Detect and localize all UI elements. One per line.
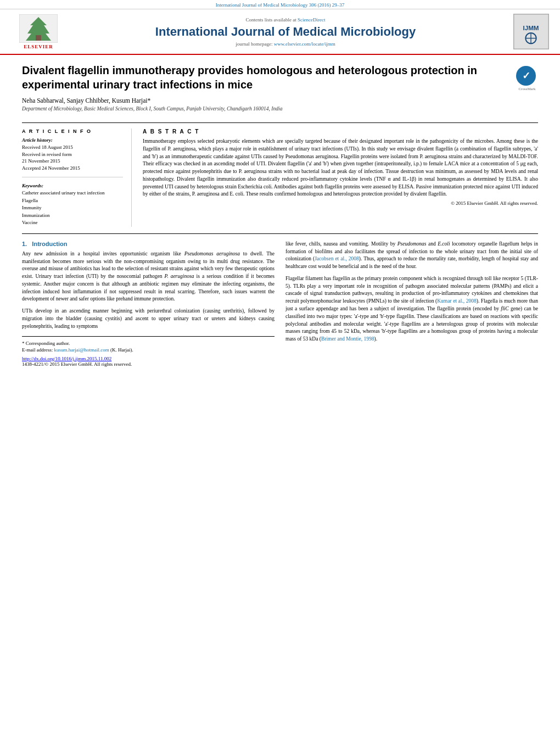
keyword-5: Vaccine [22, 219, 123, 227]
sciencedirect-link[interactable]: ScienceDirect [298, 17, 325, 23]
accepted-date: Accepted 24 November 2015 [22, 165, 123, 172]
kumar-ref[interactable]: Kumar et al., 2008 [437, 298, 477, 304]
top-bar: International Journal of Medical Microbi… [0, 0, 560, 9]
crossmark-badge: ✓ [516, 66, 536, 86]
title-text-area: Divalent flagellin immunotherapy provide… [22, 63, 511, 117]
intro-section-title: 1. Introduction [22, 241, 275, 247]
abstract-text: Immunotherapy employs selected prokaryot… [143, 138, 538, 198]
body-two-col: 1. Introduction Any new admission in a h… [22, 241, 538, 367]
history-label: Article history: [22, 137, 123, 143]
copyright: © 2015 Elsevier GmbH. All rights reserve… [143, 200, 538, 206]
keyword-2: Flagella [22, 197, 123, 205]
elsevier-logo-image [19, 14, 58, 43]
keyword-3: Immunity [22, 204, 123, 212]
article-info-column: A R T I C L E I N F O Article history: R… [22, 129, 132, 227]
header-center: Contents lists available at ScienceDirec… [66, 17, 505, 47]
keyword-4: Immunization [22, 212, 123, 220]
body-left: 1. Introduction Any new admission in a h… [22, 241, 275, 367]
journal-homepage: journal homepage: www.elsevier.com/locat… [66, 41, 505, 47]
crossmark-label: CrossMark [516, 87, 538, 91]
title-section: Divalent flagellin immunotherapy provide… [22, 63, 538, 117]
body-right: like fever, chills, nausea and vomiting.… [285, 241, 538, 367]
intro-para2: UTIs develop in an ascending manner begi… [22, 308, 275, 330]
email-link[interactable]: kusum.harjai@hotmail.com [54, 347, 109, 353]
doi-line: http://dx.doi.org/10.1016/j.ijmm.2015.11… [22, 356, 275, 361]
elsevier-logo-area: ELSEVIER [11, 14, 66, 49]
crossmark-icon: ✓ [516, 66, 536, 86]
svg-rect-2 [36, 35, 41, 41]
article-info-heading: A R T I C L E I N F O [22, 129, 123, 134]
ijmm-logo-image: IJMM [514, 14, 548, 49]
header-right: IJMM [505, 14, 549, 49]
keywords-label: Keywords: [22, 183, 123, 188]
keyword-1: Catheter associated urinary tract infect… [22, 189, 123, 197]
article-title: Divalent flagellin immunotherapy provide… [22, 63, 511, 92]
journal-logo: IJMM [513, 14, 549, 49]
section-divider [22, 233, 538, 234]
authors: Neha Sabharwal, Sanjay Chhibber, Kusum H… [22, 97, 511, 104]
keywords-section: Keywords: Catheter associated urinary tr… [22, 183, 123, 227]
footer-notes: * Corresponding author. E-mail address: … [22, 336, 275, 354]
right-para2: Flagellar filament has flagellin as the … [285, 275, 538, 343]
crossmark-area: ✓ CrossMark [516, 66, 538, 91]
article-content: Divalent flagellin immunotherapy provide… [0, 55, 560, 375]
header: ELSEVIER Contents lists available at Sci… [0, 9, 560, 55]
info-divider [22, 177, 123, 177]
right-para1: like fever, chills, nausea and vomiting.… [285, 241, 538, 271]
elsevier-text: ELSEVIER [24, 44, 53, 49]
received-revised-label: Received in revised form [22, 151, 123, 158]
affiliation: Department of Microbiology, Basic Medica… [22, 106, 511, 111]
homepage-link[interactable]: www.elsevier.com/locate/ijmm [274, 41, 335, 47]
svg-text:IJMM: IJMM [523, 24, 539, 31]
received-date: Received 18 August 2015 [22, 144, 123, 151]
abstract-column: A B S T R A C T Immunotherapy employs se… [143, 129, 538, 227]
svg-text:✓: ✓ [522, 70, 530, 81]
email-note: E-mail address: kusum.harjai@hotmail.com… [22, 347, 275, 354]
license-line: 1438-4221/© 2015 Elsevier GmbH. All righ… [22, 361, 275, 367]
article-info-abstract: A R T I C L E I N F O Article history: R… [22, 122, 538, 227]
abstract-heading: A B S T R A C T [143, 129, 538, 135]
brimer-ref[interactable]: Brimer and Montie, 1998 [321, 336, 374, 342]
received-revised-date: 21 November 2015 [22, 158, 123, 165]
corresponding-note: * Corresponding author. [22, 340, 275, 347]
article-history: Article history: Received 18 August 2015… [22, 137, 123, 171]
journal-citation: International Journal of Medical Microbi… [216, 2, 345, 8]
elsevier-logo: ELSEVIER [11, 14, 66, 49]
doi-link[interactable]: http://dx.doi.org/10.1016/j.ijmm.2015.11… [22, 356, 111, 361]
page-wrapper: International Journal of Medical Microbi… [0, 0, 560, 375]
intro-para1: Any new admission in a hospital invites … [22, 250, 275, 303]
contents-available: Contents lists available at ScienceDirec… [66, 17, 505, 23]
journal-title: International Journal of Medical Microbi… [66, 25, 505, 39]
jacobsen-ref[interactable]: Jacobsen et al., 2008 [315, 256, 359, 261]
